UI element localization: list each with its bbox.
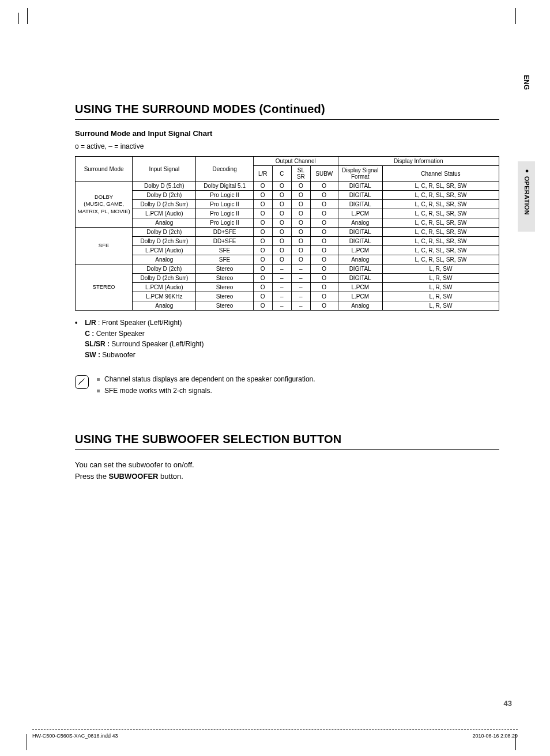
side-language-label: ENG (522, 75, 530, 90)
cell: – (291, 264, 310, 274)
legend-lr-text: : Front Speaker (Left/Right) (98, 319, 182, 327)
table-row: AnalogPro Logic IIOOOOAnalogL, C, R, SL,… (76, 218, 499, 228)
cell: Stereo (196, 283, 253, 292)
legend-c-label: C : (85, 330, 94, 338)
side-section-label: ● OPERATION (523, 167, 530, 215)
subwoofer-desc: You can set the subwoofer to on/off. (75, 459, 499, 471)
cell: Pro Logic II (196, 209, 253, 218)
speaker-legend: • L/R : Front Speaker (Left/Right) C : C… (75, 317, 499, 360)
cell-surround-mode: SFE (76, 228, 133, 264)
th-channel-status: Channel Status (382, 166, 499, 182)
cell: Analog (338, 255, 382, 264)
cell: L, R, SW (382, 264, 499, 274)
cell: O (310, 182, 338, 191)
cell: O (272, 237, 291, 246)
legend-slsr-label: SL/SR : (85, 340, 110, 348)
cell: Dolby Digital 5.1 (196, 182, 253, 191)
table-row: L.PCM (Audio)SFEOOOOL.PCML, C, R, SL, SR… (76, 246, 499, 255)
cell: Analog (338, 218, 382, 228)
cell: L.PCM (338, 283, 382, 292)
cell: DD+SFE (196, 237, 253, 246)
cell: DIGITAL (338, 200, 382, 209)
th-dsf: Display Signal Format (338, 166, 382, 182)
cell: L.PCM (338, 246, 382, 255)
cell: O (272, 255, 291, 264)
th-c: C (272, 166, 291, 182)
cell: O (253, 292, 272, 301)
cell: – (272, 274, 291, 283)
table-row: L.PCM 96KHzStereoO––OL.PCML, R, SW (76, 292, 499, 301)
subwoofer-instruction: Press the SUBWOOFER button. (75, 471, 499, 482)
legend-lr-label: L/R (85, 319, 96, 327)
table-row: L.PCM (Audio)StereoO––OL.PCML, R, SW (76, 283, 499, 292)
cell: Dolby D (2ch Surr) (133, 274, 196, 283)
table-row: Dolby D (2ch Surr)StereoO––ODIGITALL, R,… (76, 274, 499, 283)
table-row: AnalogSFEOOOOAnalogL, C, R, SL, SR, SW (76, 255, 499, 264)
cell: L, R, SW (382, 292, 499, 301)
cell: – (291, 283, 310, 292)
table-row: Dolby D (2ch Surr)Pro Logic IIOOOODIGITA… (76, 200, 499, 209)
cell: DIGITAL (338, 237, 382, 246)
note-box: Channel status displays are dependent on… (75, 375, 499, 398)
cell: Analog (133, 255, 196, 264)
th-input-signal: Input Signal (133, 157, 196, 182)
cell: Dolby D (2ch Surr) (133, 237, 196, 246)
cell: O (253, 246, 272, 255)
cell: L, R, SW (382, 283, 499, 292)
table-row: Dolby D (2ch)Pro Logic IIOOOODIGITALL, C… (76, 191, 499, 200)
legend-active-inactive: o = active, – = inactive (75, 142, 499, 150)
cell: – (272, 301, 291, 311)
cell: DIGITAL (338, 228, 382, 237)
cell: O (272, 200, 291, 209)
legend-sw-label: SW : (85, 351, 100, 359)
note-2: SFE mode works with 2-ch signals. (104, 387, 212, 395)
cell: O (291, 209, 310, 218)
cell: Pro Logic II (196, 218, 253, 228)
cell: O (310, 209, 338, 218)
cell: O (253, 301, 272, 311)
cell: O (253, 274, 272, 283)
cell: L, C, R, SL, SR, SW (382, 237, 499, 246)
cell: DIGITAL (338, 191, 382, 200)
section-heading-surround: USING THE SURROUND MODES (Continued) (75, 103, 499, 116)
cell: O (310, 264, 338, 274)
table-row: DOLBY (MUSIC, GAME, MATRIX, PL, MOVIE)Do… (76, 182, 499, 191)
bullet-icon (97, 378, 100, 381)
cell: DD+SFE (196, 228, 253, 237)
cell: O (310, 292, 338, 301)
table-row: L.PCM (Audio)Pro Logic IIOOOOL.PCML, C, … (76, 209, 499, 218)
cell: Analog (338, 301, 382, 311)
cell: O (310, 237, 338, 246)
cell: DIGITAL (338, 264, 382, 274)
table-row: STEREODolby D (2ch)StereoO––ODIGITALL, R… (76, 264, 499, 274)
cell: O (253, 209, 272, 218)
th-surround-mode: Surround Mode (76, 157, 133, 182)
cell: Stereo (196, 264, 253, 274)
surround-mode-table: Surround Mode Input Signal Decoding Outp… (75, 156, 499, 311)
cell: – (291, 274, 310, 283)
cell: L.PCM (Audio) (133, 246, 196, 255)
cell: Analog (133, 301, 196, 311)
th-display-info: Display Information (338, 157, 499, 166)
cell: O (291, 200, 310, 209)
cell: L, C, R, SL, SR, SW (382, 246, 499, 255)
cell: O (310, 301, 338, 311)
cell: O (310, 274, 338, 283)
cell: O (253, 237, 272, 246)
legend-sw-text: Subwoofer (100, 351, 135, 359)
cell: O (310, 228, 338, 237)
cell: L.PCM (Audio) (133, 283, 196, 292)
cell: Dolby D (2ch Surr) (133, 200, 196, 209)
cell: L, C, R, SL, SR, SW (382, 200, 499, 209)
cell: O (291, 228, 310, 237)
cell: L, R, SW (382, 301, 499, 311)
cell: L, C, R, SL, SR, SW (382, 191, 499, 200)
bullet-icon (97, 390, 100, 392)
cell: L, C, R, SL, SR, SW (382, 218, 499, 228)
heading-rule (75, 119, 499, 120)
cell: SFE (196, 255, 253, 264)
cell: DIGITAL (338, 274, 382, 283)
cell: O (253, 283, 272, 292)
cell: – (272, 283, 291, 292)
th-subw: SUBW (310, 166, 338, 182)
